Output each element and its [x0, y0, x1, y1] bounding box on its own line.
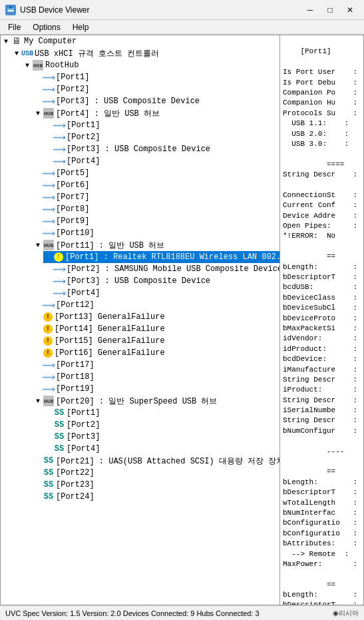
port-icon: ⟿ [54, 156, 65, 166]
port-icon: ⟿ [54, 288, 65, 298]
tree-node-port6[interactable]: ⟿ [Port6] [33, 179, 279, 191]
tree-node-port17[interactable]: ⟿ [Port17] [33, 359, 279, 371]
tree-node-port8[interactable]: ⟿ [Port8] [33, 203, 279, 215]
node-label: [Port15] GeneralFailure [55, 336, 165, 346]
expand-icon [34, 373, 42, 381]
expand-icon [45, 445, 53, 453]
tree-node-port19[interactable]: ⟿ [Port19] [33, 383, 279, 395]
tree-node-port15[interactable]: ! [Port15] GeneralFailure [33, 335, 279, 347]
tree-panel[interactable]: ▼ 🖥 My Computer ▼ USB USB xHCI 규격 호스트 컨트… [1, 35, 280, 605]
svg-rect-1 [9, 6, 12, 8]
tree-node-port20-p3[interactable]: SS [Port3] [43, 431, 279, 443]
hub-icon: HUB [43, 240, 54, 250]
tree-node-port20-p4[interactable]: SS [Port4] [43, 443, 279, 455]
tree-node-port4-p1[interactable]: ⟿ [Port1] [43, 119, 279, 131]
port-icon: ⟿ [54, 264, 65, 274]
node-label: [Port1] [67, 121, 100, 130]
status-bar: UVC Spec Version: 1.5 Version: 2.0 Devic… [0, 605, 364, 620]
tree-node-port20-p1[interactable]: SS [Port1] [43, 407, 279, 419]
tree-node-port20-p2[interactable]: SS [Port2] [43, 419, 279, 431]
port-icon: ⟿ [54, 120, 65, 131]
port-icon: ⟿ [43, 372, 54, 382]
minimize-button[interactable]: ─ [301, 3, 319, 17]
expand-icon [45, 289, 53, 297]
expand-icon [45, 133, 53, 141]
expand-icon [34, 217, 42, 225]
expand-icon [45, 145, 53, 153]
usb-icon: USB [22, 48, 33, 59]
node-label: [Port11] : 일반 USB 허브 [56, 240, 164, 251]
tree-node-port11-p2[interactable]: ⟿ [Port2] : SAMSUNG Mobile USB Composite… [43, 263, 279, 275]
expand-icon [34, 301, 42, 309]
tree-node-port4-p4[interactable]: ⟿ [Port4] [43, 155, 279, 167]
tree-node-port13[interactable]: ! [Port13] GeneralFailure [33, 311, 279, 323]
expand-icon [34, 169, 42, 177]
node-label: [Port19] [56, 384, 94, 394]
node-label: RootHub [45, 61, 79, 70]
warn-icon: ! [43, 312, 53, 322]
tree-node-port12[interactable]: ⟿ [Port12] [33, 299, 279, 311]
node-label: [Port3] : USB Composite Device [67, 145, 210, 154]
expand-icon [34, 85, 42, 93]
tree-node-port10[interactable]: ⟿ [Port10] [33, 227, 279, 239]
window-controls: ─ □ ✕ [301, 3, 359, 17]
tree-node-port22[interactable]: SS [Port22] [33, 467, 279, 479]
menu-file[interactable]: File [3, 21, 26, 33]
menu-options[interactable]: Options [27, 21, 65, 33]
node-label: [Port18] [56, 372, 94, 382]
tree-node-port4-p2[interactable]: ⟿ [Port2] [43, 131, 279, 143]
tree-node-port11-hub[interactable]: ▼ HUB [Port11] : 일반 USB 허브 [33, 239, 279, 251]
info-panel: [Port1] : Is Port User : Is Port Debu : … [280, 35, 363, 605]
expand-icon [34, 181, 42, 189]
tree-node-port18[interactable]: ⟿ [Port18] [33, 371, 279, 383]
port-icon: ⟿ [54, 132, 65, 143]
tree-node-port21[interactable]: SS [Port21] : UAS(USB Attached SCSI) 대용량… [33, 455, 279, 467]
hub-icon: HUB [33, 60, 43, 71]
tree-node-port2[interactable]: ⟿ [Port2] [33, 83, 279, 95]
port-usb3-icon: SS [54, 432, 65, 442]
tree-node-port11-p1[interactable]: ! [Port1] : Realtek RTL8188EU Wireless L… [43, 251, 279, 263]
node-label: [Port2] [56, 85, 89, 94]
tree-node-xhci[interactable]: ▼ USB USB xHCI 규격 호스트 컨트롤러 [11, 47, 279, 59]
maximize-button[interactable]: □ [321, 3, 339, 17]
expand-icon [34, 193, 42, 201]
scsi-icon: SS [43, 456, 54, 466]
expand-icon [34, 337, 42, 345]
menu-help[interactable]: Help [67, 21, 94, 33]
tree-node-port14[interactable]: ! [Port14] GeneralFailure [33, 323, 279, 335]
port-icon: ⟿ [43, 72, 54, 83]
hub-icon: HUB [43, 108, 54, 119]
tree-node-port4-hub[interactable]: ▼ HUB [Port4] : 일반 USB 허브 [33, 107, 279, 119]
tree-node-port9[interactable]: ⟿ [Port9] [33, 215, 279, 227]
port-icon: ⟿ [43, 168, 54, 178]
tree-node-port7[interactable]: ⟿ [Port7] [33, 191, 279, 203]
expand-icon [45, 421, 53, 429]
node-label: [Port2] : SAMSUNG Mobile USB Composite D… [67, 264, 280, 274]
node-label: [Port13] GeneralFailure [55, 312, 165, 322]
tree-node-port20-hub[interactable]: ▼ HUB [Port20] : 일반 SuperSpeed USB 허브 [33, 395, 279, 407]
tree-node-port4-p3[interactable]: ⟿ [Port3] : USB Composite Device [43, 143, 279, 155]
close-button[interactable]: ✕ [341, 3, 359, 17]
tree-node-port24[interactable]: SS [Port24] [33, 491, 279, 503]
tree-node-port16[interactable]: ! [Port16] GeneralFailure [33, 347, 279, 359]
tree-node-port5[interactable]: ⟿ [Port5] [33, 167, 279, 179]
expand-icon: ▼ [23, 61, 31, 69]
node-label: [Port4] : 일반 USB 허브 [56, 108, 160, 119]
tree-node-port11-p4[interactable]: ⟿ [Port4] [43, 287, 279, 299]
port-icon: ⟿ [43, 300, 54, 310]
tree-node-port11-p3[interactable]: ⟿ [Port3] : USB Composite Device [43, 275, 279, 287]
computer-icon: 🖥 [11, 36, 22, 47]
node-label: [Port1] : Realtek RTL8188EU Wireless LAN… [65, 252, 280, 262]
tree-node-roothub[interactable]: ▼ HUB RootHub [22, 59, 279, 71]
port-usb3-icon: SS [43, 467, 54, 478]
expand-icon [34, 229, 42, 237]
tree-node-port23[interactable]: SS [Port23] [33, 479, 279, 491]
port-icon: ⟿ [54, 144, 65, 155]
node-label: [Port4] [67, 156, 100, 166]
tree-node-port3[interactable]: ⟿ [Port3] : USB Composite Device [33, 95, 279, 107]
tree-node-my-computer[interactable]: ▼ 🖥 My Computer [1, 35, 279, 47]
tree-node-port1[interactable]: ⟿ [Port1] [33, 71, 279, 83]
main-content: ▼ 🖥 My Computer ▼ USB USB xHCI 규격 호스트 컨트… [0, 35, 364, 605]
node-label: [Port4] [67, 288, 100, 298]
expand-icon [45, 121, 53, 129]
